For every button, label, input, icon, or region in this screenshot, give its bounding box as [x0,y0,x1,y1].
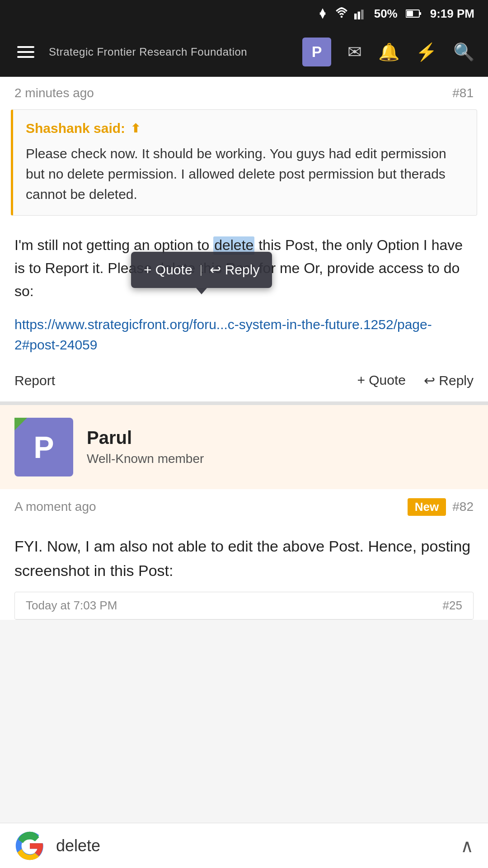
nav-bar: Strategic Frontier Research Foundation P… [0,27,488,77]
nested-post: Today at 7:03 PM #25 [14,592,474,620]
post82-avatar-wrap: P [14,418,73,476]
signal-bars-icon [354,7,366,20]
new-badge: New [408,498,446,516]
popup-divider: | [200,260,203,279]
search-icon[interactable]: 🔍 [453,42,474,62]
svg-point-2 [340,16,343,18]
post81-time: 2 minutes ago [14,86,94,100]
post-divider [0,401,488,405]
bottom-search-input[interactable]: delete [56,836,450,855]
user-badge-icon [14,418,27,430]
nav-icons: P ✉ 🔔 ⚡ 🔍 [302,38,474,66]
post81-meta: 2 minutes ago #81 [0,77,488,109]
status-icons [316,7,366,20]
battery-icon [406,9,422,19]
popup-reply-btn[interactable]: ↩ Reply [210,259,259,281]
post82-user-name[interactable]: Parul [87,428,204,448]
popup-arrow [196,288,207,294]
post82-user-card: P Parul Well-Known member [0,405,488,489]
post81-actions: Report + Quote ↩ Reply [0,364,488,401]
post82-meta: A moment ago New #82 [0,489,488,525]
activity-icon[interactable]: ⚡ [416,42,437,62]
site-title: Strategic Frontier Research Foundation [49,46,291,58]
signal-icon [316,7,329,20]
quote-block: Shashank said: ⬆ Please check now. It sh… [11,109,477,216]
google-logo-icon [14,830,45,861]
text-selection-popup[interactable]: + Quote | ↩ Reply [131,252,272,288]
svg-rect-7 [419,12,421,15]
messages-icon[interactable]: ✉ [347,42,362,62]
svg-rect-3 [354,14,357,19]
svg-rect-8 [407,11,413,16]
nested-post-number: #25 [443,599,462,613]
nested-post-time: Today at 7:03 PM [26,599,117,613]
post81-report-button[interactable]: Report [14,373,55,388]
wifi-icon [334,7,349,20]
post82-user-role: Well-Known member [87,452,204,466]
hamburger-button[interactable] [14,42,38,61]
post82-user-info: Parul Well-Known member [87,428,204,466]
post81-reply-button[interactable]: ↩ Reply [424,373,474,388]
nav-avatar[interactable]: P [302,38,331,66]
quote-author: Shashank said: ⬆ [26,121,464,136]
post81-number: #81 [452,86,474,100]
post81-action-right: + Quote ↩ Reply [357,373,474,388]
status-bar: 50% 9:19 PM [0,0,488,27]
content-area: 2 minutes ago #81 Shashank said: ⬆ Pleas… [0,77,488,620]
post81-report-area: Report [14,372,55,389]
quote-arrow-icon: ⬆ [131,122,141,136]
svg-rect-4 [357,12,360,19]
quote-text: Please check now. It should be working. … [26,143,464,204]
notifications-icon[interactable]: 🔔 [378,42,399,62]
svg-marker-1 [319,13,326,19]
post81-body: I'm still not getting an option to delet… [0,226,488,311]
chevron-up-icon[interactable]: ∧ [460,835,474,856]
post82-number: #82 [452,500,474,514]
post82-body: FYI. Now, I am also not able to edit the… [0,525,488,592]
time-text: 9:19 PM [430,7,474,21]
nested-post-meta: Today at 7:03 PM #25 [15,592,473,619]
post82-meta-right: New #82 [408,498,474,516]
post81-quote-button[interactable]: + Quote [357,373,406,388]
post81-link[interactable]: https://www.strategicfront.org/foru...c-… [0,311,488,364]
bottom-bar[interactable]: delete ∧ [0,823,488,868]
post81-text-before: I'm still not getting an option to [14,237,213,253]
svg-rect-5 [361,9,363,19]
post82-time: A moment ago [14,500,96,514]
popup-quote-btn[interactable]: + Quote [144,259,192,281]
battery-text: 50% [374,7,398,21]
avatar-tail [32,476,52,486]
